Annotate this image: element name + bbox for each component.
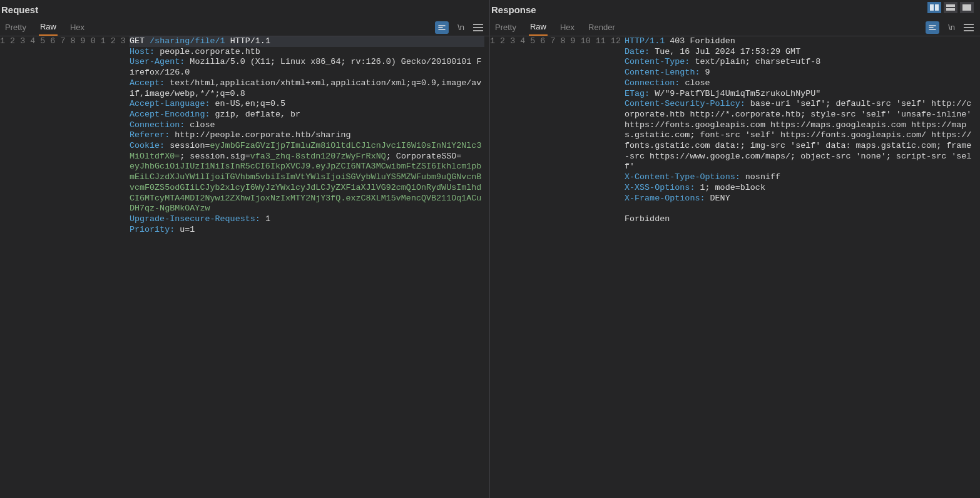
request-pane: Request PrettyRawHex \n 1 2 3 4 5 6 7 8 … xyxy=(0,0,490,498)
request-tab-row: PrettyRawHex \n xyxy=(0,19,489,36)
layout-split-horizontal-button[interactable] xyxy=(944,2,957,13)
request-newline-toggle[interactable]: \n xyxy=(457,23,464,32)
response-tab-render[interactable]: Render xyxy=(587,19,616,36)
response-tab-row: PrettyRawHexRender \n xyxy=(490,19,980,36)
request-editor[interactable]: 1 2 3 4 5 6 7 8 9 0 1 2 3 GET /sharing/f… xyxy=(0,36,489,498)
request-tab-hex[interactable]: Hex xyxy=(69,19,86,36)
response-newline-toggle[interactable]: \n xyxy=(948,23,955,32)
response-title: Response xyxy=(490,0,980,19)
response-tab-pretty[interactable]: Pretty xyxy=(494,19,518,36)
response-tab-raw[interactable]: Raw xyxy=(529,19,548,36)
layout-single-button[interactable] xyxy=(960,2,974,13)
svg-rect-3 xyxy=(946,8,955,11)
request-menu-icon[interactable] xyxy=(473,24,483,31)
svg-rect-1 xyxy=(935,4,939,11)
response-tab-hex[interactable]: Hex xyxy=(559,19,576,36)
response-menu-icon[interactable] xyxy=(964,24,974,31)
request-tab-raw[interactable]: Raw xyxy=(39,19,58,36)
layout-buttons xyxy=(927,2,974,13)
response-viewer[interactable]: 1 2 3 4 5 6 7 8 9 10 11 12 HTTP/1.1 403 … xyxy=(490,36,980,498)
request-title: Request xyxy=(0,0,489,19)
request-beautify-button[interactable] xyxy=(435,21,449,34)
svg-rect-0 xyxy=(930,4,934,11)
layout-split-vertical-button[interactable] xyxy=(927,2,941,13)
response-pane: Response PrettyRawHexRender \n 1 2 3 4 5… xyxy=(490,0,980,498)
request-tab-pretty[interactable]: Pretty xyxy=(4,19,28,36)
svg-rect-2 xyxy=(946,4,955,7)
svg-rect-4 xyxy=(962,4,971,11)
response-beautify-button[interactable] xyxy=(926,21,939,34)
